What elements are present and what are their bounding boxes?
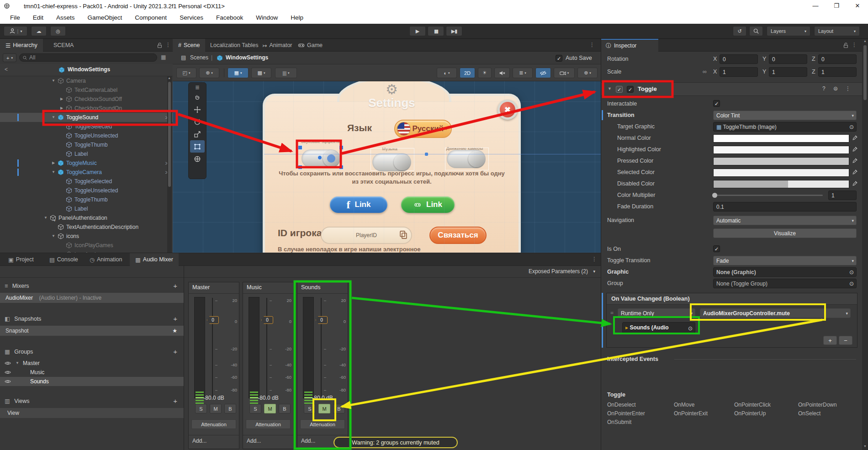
selected-color-swatch[interactable] — [713, 169, 849, 177]
group-row-music[interactable]: Music — [0, 368, 184, 377]
search-input[interactable]: All — [19, 53, 157, 62]
expand-arrow-icon[interactable]: ▶ — [50, 159, 57, 168]
mute-button[interactable]: M — [318, 404, 330, 413]
rotation-x-field[interactable]: 0 — [720, 54, 758, 64]
hierarchy-item-label[interactable]: Label — [0, 149, 173, 159]
menu-window[interactable]: Window — [249, 12, 284, 24]
camera-settings-dropdown[interactable]: ▾ — [554, 68, 575, 78]
search-button[interactable] — [749, 26, 763, 36]
expand-arrow-icon[interactable]: ▶ — [58, 104, 65, 113]
hierarchy-item-checkboxsoundon[interactable]: ▶CheckboxSoundOn — [0, 104, 173, 113]
solo-button[interactable]: S — [195, 404, 207, 413]
hierarchy-item-toggleselected[interactable]: ToggleSelected — [0, 122, 173, 131]
hierarchy-item-icons[interactable]: ▼icons — [0, 232, 173, 241]
add-effect-button[interactable]: Add... — [301, 438, 315, 444]
tab-hierarchy[interactable]: ☰ Hierarchy — [0, 39, 43, 52]
mixer-strip-sounds[interactable]: Sounds200-20-40-60-800-80.0 dBSMBAttenua… — [297, 282, 348, 449]
hierarchy-item-iconplaygames[interactable]: IconPlayGames — [0, 241, 173, 250]
mixer-strip-master[interactable]: Master200-20-40-60-800-80.0 dBSMBAttenua… — [188, 282, 239, 449]
breadcrumb-label[interactable]: WindowSettings — [68, 66, 110, 73]
menu-edit[interactable]: Edit — [26, 12, 50, 24]
attenuation-effect-slot[interactable]: Attenuation — [300, 419, 345, 429]
fader-handle[interactable]: 0 — [316, 316, 328, 324]
target-search-button[interactable]: ◎ — [50, 26, 66, 36]
play-button[interactable]: ▶ — [409, 26, 426, 36]
eyedropper-icon[interactable] — [852, 157, 858, 164]
add-effect-button[interactable]: Add... — [247, 438, 261, 444]
group-row-sounds[interactable]: Sounds — [0, 377, 184, 386]
snap-increment-dropdown[interactable]: |||▾ — [275, 68, 297, 78]
bypass-button[interactable]: B — [279, 404, 291, 413]
group-field[interactable]: None (Toggle Group)⊙ — [713, 279, 857, 288]
hierarchy-item-togglethumb[interactable]: ToggleThumb — [0, 195, 173, 204]
expand-arrow-icon[interactable]: ▼ — [16, 359, 19, 368]
tool-handle-pivot-dropdown[interactable]: ◰▾ — [176, 68, 196, 78]
tab-scene[interactable]: # Scene — [173, 39, 205, 52]
scale-y-field[interactable]: 1 — [769, 67, 807, 77]
preset-icon[interactable]: ⊜ — [833, 85, 838, 92]
mixer-row-audiomixer[interactable]: AudioMixer (Audio Listener) - Inactive — [0, 293, 184, 303]
transition-dropdown[interactable]: Color Tint▾ — [713, 111, 857, 120]
hierarchy-item-togglecamera[interactable]: ▼ToggleCamera> — [0, 168, 173, 177]
interactable-checkbox[interactable]: ✓ — [713, 100, 720, 107]
move-tool-button[interactable] — [190, 103, 205, 116]
pressed-color-swatch[interactable] — [713, 157, 849, 165]
camera-toggle[interactable] — [447, 150, 486, 168]
object-picker-icon[interactable]: ⊙ — [849, 268, 854, 277]
kebab-menu-icon[interactable]: ⋮ — [592, 256, 597, 262]
hierarchy-item-toggleunselected[interactable]: ToggleUnselected — [0, 131, 173, 140]
scene-effects-dropdown[interactable]: ≣▾ — [513, 68, 533, 78]
breadcrumb-object[interactable]: WindowSettings — [226, 54, 268, 61]
undo-history-button[interactable]: ↺ — [733, 26, 746, 36]
attenuation-effect-slot[interactable]: Attenuation — [191, 419, 236, 429]
kebab-menu-icon[interactable]: ⋮ — [589, 42, 595, 48]
selection-handle[interactable] — [298, 165, 302, 169]
object-picker-icon[interactable]: ⊙ — [849, 279, 854, 288]
constrain-proportions-icon[interactable]: ∞ — [703, 67, 707, 77]
layers-dropdown[interactable]: Layers▾ — [767, 26, 810, 36]
visualize-button[interactable]: Visualize — [713, 228, 857, 238]
kebab-menu-icon[interactable]: ⋮ — [845, 85, 851, 92]
kebab-menu-icon[interactable]: ⋮ — [165, 42, 171, 48]
add-view-button[interactable]: + — [173, 396, 177, 407]
transform-tool-button[interactable] — [190, 153, 205, 165]
scene-visibility-button[interactable] — [535, 68, 551, 78]
rotation-y-field[interactable]: 0 — [769, 54, 807, 64]
menu-services[interactable]: Services — [173, 12, 210, 24]
hierarchy-item-checkboxsoundoff[interactable]: ▶CheckboxSoundOff — [0, 95, 173, 104]
grid-visibility-dropdown[interactable]: ▦▾ — [228, 68, 249, 78]
search-options-icon[interactable]: ▦ — [161, 54, 166, 60]
scene-audio-button[interactable] — [494, 68, 510, 78]
view-row[interactable]: View — [0, 408, 184, 418]
scale-x-field[interactable]: 1 — [720, 67, 758, 77]
maximize-button[interactable]: ❐ — [826, 0, 847, 12]
scale-z-field[interactable]: 1 — [818, 67, 857, 77]
hierarchy-item-toggleunselected[interactable]: ToggleUnselected — [0, 186, 173, 195]
eye-icon[interactable] — [5, 378, 11, 385]
player-id-field[interactable]: PlayerID — [321, 227, 412, 244]
hierarchy-item-textauthenticationdescription[interactable]: TextAuthenticationDescription — [0, 222, 173, 232]
object-picker-icon[interactable]: ⊙ — [849, 122, 854, 132]
lock-icon[interactable] — [156, 42, 163, 48]
expand-arrow-icon[interactable]: ▼ — [50, 232, 57, 241]
fader-track[interactable] — [266, 298, 267, 397]
inspector-scrollbar[interactable]: ▲ ▼ — [862, 39, 868, 450]
bypass-button[interactable]: B — [224, 404, 236, 413]
language-dropdown[interactable]: Русский ▾ — [394, 120, 452, 138]
hierarchy-item-toggleselected[interactable]: ToggleSelected — [0, 177, 173, 186]
dialog-close-button[interactable]: ✖ — [498, 100, 518, 120]
eyedropper-icon[interactable] — [852, 169, 858, 175]
hierarchy-item-togglemusic[interactable]: ▶ToggleMusic> — [0, 159, 173, 168]
tab-audio-mixer[interactable]: ▩Audio Mixer — [130, 253, 179, 266]
breadcrumb-scenes[interactable]: Scenes — [190, 54, 208, 61]
draw-mode-dropdown[interactable]: ◐▾ — [437, 68, 457, 78]
snapshot-row[interactable]: Snapshot ★ — [0, 326, 184, 336]
toggle-transition-dropdown[interactable]: Fade▾ — [713, 256, 857, 265]
view-tool-button[interactable] — [190, 91, 205, 103]
group-row-master[interactable]: ▼Master — [0, 359, 184, 368]
eyedropper-icon[interactable] — [852, 180, 858, 186]
object-picker-icon[interactable]: ⊙ — [688, 323, 693, 333]
menu-component[interactable]: Component — [128, 12, 173, 24]
fader-handle[interactable]: 0 — [261, 316, 273, 324]
color-multiplier-field[interactable]: 1 — [828, 191, 857, 200]
